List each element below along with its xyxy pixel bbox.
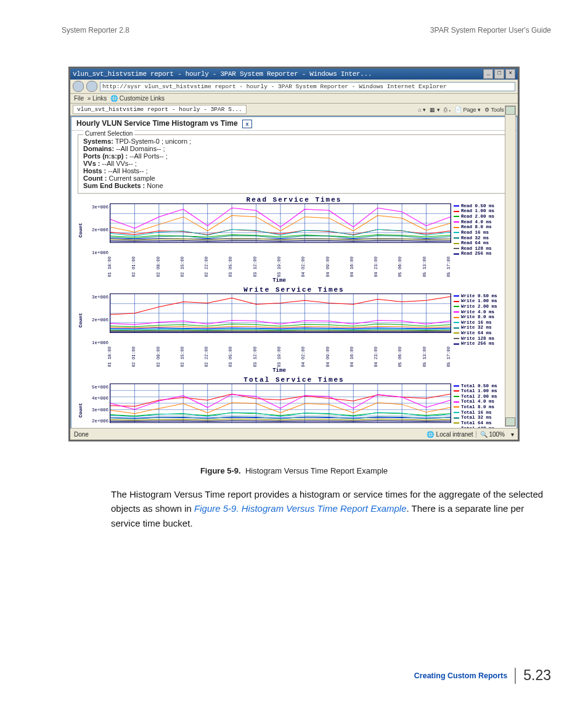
address-bar-row: http://sysr vlun_svt_histvstime report -…: [70, 80, 518, 94]
maximize-button[interactable]: □: [494, 69, 504, 79]
report-title: Hourly VLUN Service Time Histogram vs Ti…: [71, 117, 517, 131]
sel-domains-label: Domains:: [83, 145, 114, 152]
report-content: Hourly VLUN Service Time Histogram vs Ti…: [70, 116, 518, 436]
file-menu[interactable]: File: [74, 95, 84, 102]
vertical-scrollbar[interactable]: [505, 105, 516, 427]
body-paragraph: The Histogram Versus Time report provide…: [111, 487, 544, 530]
page-number: 5.23: [523, 667, 551, 684]
zoom-chevron-icon[interactable]: ▾: [511, 431, 514, 438]
figure-title: Histogram Versus Time Report Example: [245, 466, 388, 475]
sel-systems-label: Systems:: [83, 138, 113, 145]
current-selection-box: Current Selection Systems: TPD-System-0 …: [78, 134, 510, 194]
legend: Write 0.50 msWrite 1.00 msWrite 2.00 msW…: [451, 293, 510, 347]
home-icon[interactable]: ⌂ ▾: [418, 107, 426, 113]
page-menu[interactable]: 📄 Page ▾: [455, 107, 481, 113]
sel-vvs-val: --All VVs-- ;: [102, 160, 137, 167]
plot-area: [110, 293, 451, 333]
menu-bar: File » Links 🌐 Customize Links: [70, 94, 518, 104]
y-axis-label: Count: [78, 293, 85, 347]
x-ticks: 01 18:0002 01:0002 08:0002 15:0002 22:00…: [107, 347, 451, 367]
zoom-level[interactable]: 🔍 100%: [476, 431, 508, 438]
plot-area: [110, 384, 451, 423]
chart-title: Read Service Times: [78, 196, 510, 203]
sel-systems-val: TPD-System-0 ; unicorn ;: [115, 138, 191, 145]
y-ticks: 3e+0062e+0061e+006: [85, 203, 110, 257]
header-left: System Reporter 2.8: [62, 26, 129, 35]
browser-tab[interactable]: vlun_svt_histvstime report - hourly - 3P…: [73, 105, 247, 114]
sel-hosts-label: Hosts :: [83, 167, 106, 174]
x-axis-label: Time: [107, 367, 451, 374]
sel-ports-val: --All Ports-- ;: [129, 152, 168, 160]
legend: Read 0.50 msRead 1.00 msRead 2.00 msRead…: [451, 203, 510, 257]
status-bar: Done 🌐 Local intranet 🔍 100% ▾: [70, 428, 518, 440]
figure-caption: Figure 5-9. Histogram Versus Time Report…: [0, 466, 588, 475]
sel-count-label: Count :: [83, 174, 107, 182]
sel-vvs-label: VVs :: [83, 160, 100, 167]
sel-domains-val: --All Domains-- ;: [116, 145, 165, 152]
plot-area: [110, 203, 451, 243]
back-button[interactable]: [73, 81, 84, 92]
footer-divider: [515, 668, 516, 684]
section-name: Creating Custom Reports: [414, 671, 507, 680]
x-ticks: 01 18:0002 01:0002 08:0002 15:0002 22:00…: [107, 257, 451, 277]
report-title-text: Hourly VLUN Service Time Histogram vs Ti…: [76, 119, 238, 128]
figure-crossref-link[interactable]: Figure 5-9. Histogram Versus Time Report…: [194, 503, 406, 514]
status-text: Done: [74, 431, 89, 438]
y-axis-label: Count: [78, 203, 85, 257]
page-footer: Creating Custom Reports 5.23: [414, 667, 551, 684]
browser-window: vlun_svt_histvstime report - hourly - 3P…: [68, 67, 520, 441]
close-button[interactable]: ×: [505, 69, 515, 79]
links-label: » Links: [88, 95, 107, 102]
chart-0: Read Service TimesCount3e+0062e+0061e+00…: [78, 196, 510, 284]
address-input[interactable]: http://sysr vlun_svt_histvstime report -…: [100, 82, 515, 91]
print-icon[interactable]: ⎙ ▾: [444, 107, 452, 113]
sel-hosts-val: --All Hosts-- ;: [108, 167, 147, 174]
zone-icon: 🌐: [427, 431, 434, 438]
chart-title: Total Service Times: [78, 376, 510, 384]
figure-label: Figure 5-9.: [200, 466, 241, 475]
forward-button[interactable]: [86, 81, 97, 92]
y-ticks: 3e+0062e+0061e+006: [85, 293, 110, 347]
tab-row: vlun_svt_histvstime report - hourly - 3P…: [70, 104, 518, 116]
zone-text: Local intranet: [436, 431, 473, 438]
window-title: vlun_svt_histvstime report - hourly - 3P…: [73, 68, 372, 80]
x-axis-label: Time: [107, 277, 451, 284]
customize-links[interactable]: 🌐 Customize Links: [110, 95, 165, 102]
feed-icon[interactable]: ▦ ▾: [430, 107, 440, 113]
window-titlebar: vlun_svt_histvstime report - hourly - 3P…: [70, 68, 518, 80]
selection-legend: Current Selection: [83, 130, 134, 137]
chart-title: Write Service Times: [78, 286, 510, 293]
chart-2: Total Service TimesCount5e+0064e+0063e+0…: [78, 376, 510, 436]
minimize-button[interactable]: _: [483, 69, 493, 79]
chart-1: Write Service TimesCount3e+0062e+0061e+0…: [78, 286, 510, 374]
sel-count-val: Current sample: [109, 174, 155, 182]
sel-sum-label: Sum End Buckets :: [83, 182, 145, 189]
sel-sum-val: None: [147, 182, 163, 189]
header-right: 3PAR System Reporter User's Guide: [430, 26, 551, 35]
charts-container: Read Service TimesCount3e+0062e+0061e+00…: [71, 196, 517, 436]
sel-ports-label: Ports (n:s:p) :: [83, 152, 128, 160]
page-tools: ⌂ ▾ ▦ ▾ ⎙ ▾ 📄 Page ▾ ⚙ Tools ▾ »: [418, 107, 515, 113]
excel-export-icon[interactable]: x: [242, 120, 252, 128]
